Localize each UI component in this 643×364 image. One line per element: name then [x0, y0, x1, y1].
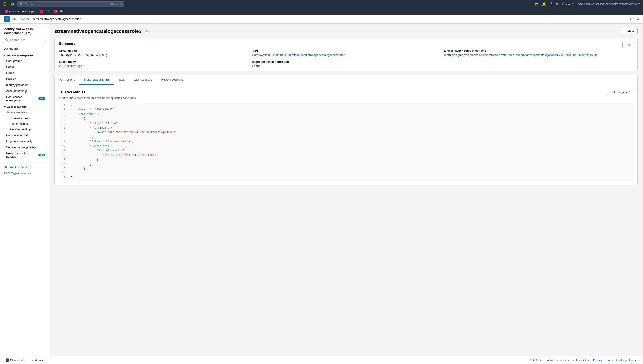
info-link[interactable]: Info: [144, 30, 149, 33]
sidebar-toggle-button[interactable]: ≡: [4, 16, 10, 22]
cloud-icon[interactable]: ⬒: [535, 2, 538, 6]
sidebar-item-users[interactable]: Users: [0, 64, 49, 70]
tab-tags-label: Tags: [119, 78, 125, 81]
top-navigation: ⬡ ⊞ 🔍 [Option+S] ⬒ 🔔 ? ⚙ Global ▼ Admini…: [0, 0, 643, 8]
sidebar-item-aws-organizations[interactable]: AWS Organizations ↗: [0, 170, 49, 176]
tab-last-accessed[interactable]: Last Accessed: [129, 75, 157, 84]
sidebar-item-identity-providers[interactable]: Identity providers: [0, 82, 49, 88]
summary-field-link-to-switch: Link to switch roles in console ⧉ https:…: [444, 49, 633, 56]
edit-trust-policy-button[interactable]: Edit trust policy: [607, 89, 633, 96]
sidebar-title: Identity and Access Management (IAM): [0, 24, 49, 37]
bell-icon[interactable]: 🔔: [542, 2, 546, 6]
tab-revoke-sessions[interactable]: Revoke sessions: [157, 75, 187, 84]
search-input[interactable]: [25, 2, 109, 6]
creation-date-value: January 28, 2025, 13:36 (UTC-08:00): [59, 53, 107, 56]
sidebar-item-account-settings[interactable]: Account settings: [0, 88, 49, 94]
sidebar-item-dashboard[interactable]: Dashboard: [0, 46, 49, 52]
code-line-15: 15 }: [59, 166, 633, 171]
sidebar-item-access-analyzer[interactable]: Access Analyzer: [0, 110, 49, 116]
terms-link[interactable]: Terms: [605, 359, 613, 362]
breadcrumb-roles-link[interactable]: Roles: [21, 17, 29, 21]
summary-title: Summary: [59, 42, 633, 46]
tab-revoke-sessions-label: Revoke sessions: [161, 78, 183, 81]
check-icon: ✓: [59, 64, 62, 68]
sidebar-item-organization-activity[interactable]: Organization activity: [0, 138, 49, 144]
copy-icon[interactable]: ⧉: [252, 54, 253, 56]
sidebar-item-analyzer-settings[interactable]: Analyzer settings: [0, 126, 49, 132]
service-tab-eventbridge[interactable]: ⬡ Amazon EventBridge: [3, 9, 37, 14]
sidebar: Identity and Access Management (IAM) 🔍 D…: [0, 24, 49, 364]
service-tab-ec2[interactable]: □ EC2: [38, 9, 51, 14]
summary-field-arn: ARN ⧉ arn:aws:iam::180941968709:role/str…: [252, 49, 441, 56]
sidebar-section-access-management[interactable]: ▼ Access management: [0, 52, 49, 58]
sidebar-item-root-access-management[interactable]: Root access management New: [0, 94, 49, 103]
edit-button[interactable]: Edit: [622, 42, 634, 48]
service-tab-eventbridge-label: Amazon EventBridge: [9, 10, 34, 13]
sidebar-search-bar[interactable]: 🔍: [3, 37, 46, 43]
help-icon[interactable]: ?: [550, 2, 552, 6]
sidebar-item-service-control-policies[interactable]: Service control policies: [0, 144, 49, 150]
iam-icon: ⊙: [54, 10, 58, 13]
aws-logo-icon[interactable]: ⬡: [3, 1, 7, 7]
code-line-3: 3 "Statement": [: [59, 112, 633, 116]
search-icon: 🔍: [20, 2, 23, 6]
sidebar-item-external-access-label: External access: [9, 116, 30, 120]
sidebar-section-access-management-label: Access management: [7, 54, 34, 57]
tab-trust-relationships[interactable]: Trust relationships: [79, 75, 114, 84]
global-search-bar[interactable]: 🔍 [Option+S]: [17, 1, 124, 7]
feedback-label: Feedback: [30, 358, 43, 362]
code-line-10: 10 "Condition": {: [59, 144, 633, 148]
chevron-down-icon: ▼: [571, 2, 574, 6]
tab-tags[interactable]: Tags: [114, 75, 129, 84]
sidebar-section-access-reports[interactable]: ▼ Access reports: [0, 103, 49, 110]
code-line-14: 14 }: [59, 162, 633, 166]
service-tab-iam[interactable]: ⊙ IAM: [52, 9, 66, 14]
cloudshell-button[interactable]: ⬛ CloudShell: [4, 358, 26, 363]
settings-icon[interactable]: ⚙: [555, 2, 559, 6]
code-line-9: 9 "Action": "sts:AssumeRole",: [59, 139, 633, 144]
ec2-icon: □: [40, 10, 43, 13]
tab-permissions[interactable]: Permissions: [55, 75, 79, 84]
last-activity-link[interactable]: 17 minutes ago: [62, 64, 82, 68]
nav-right: ⬒ 🔔 ? ⚙ Global ▼ AdministratorAccess/dus…: [535, 2, 640, 6]
settings-gear-icon[interactable]: ⚙: [636, 17, 639, 21]
sidebar-item-aws-organizations-label: AWS Organizations: [4, 172, 29, 175]
sidebar-item-unused-access[interactable]: Unused access: [0, 121, 49, 126]
privacy-link[interactable]: Privacy: [593, 359, 602, 362]
new-badge-rcp: New: [38, 154, 45, 156]
arn-value[interactable]: ⧉ arn:aws:iam::180941968709:role/streamn…: [252, 53, 441, 56]
sidebar-item-roles[interactable]: Roles: [0, 70, 49, 76]
sidebar-item-policies[interactable]: Policies: [0, 76, 49, 82]
sidebar-item-resource-control-policies-label: Resource control policies: [6, 152, 37, 158]
trusted-entities-title-row: Trusted entities Edit trust policy: [59, 89, 633, 96]
new-badge-root: New: [38, 97, 45, 100]
delete-button[interactable]: Delete: [622, 28, 638, 34]
feedback-button[interactable]: Feedback: [29, 358, 45, 363]
sidebar-item-resource-control-policies[interactable]: Resource control policies New: [0, 150, 49, 160]
sidebar-item-account-settings-label: Account settings: [6, 89, 27, 92]
link-to-switch-value[interactable]: ⧉ https://signin.aws.amazon.com/switchro…: [444, 53, 633, 56]
sidebar-search-input[interactable]: [10, 38, 48, 42]
last-activity-value: ✓ 17 minutes ago: [59, 64, 248, 68]
summary-card: Summary Edit Creation date January 28, 2…: [54, 38, 638, 72]
region-selector[interactable]: Global ▼: [562, 2, 574, 6]
user-menu[interactable]: AdministratorAccess/dustin.nest@streamna…: [578, 2, 640, 6]
sidebar-item-service-control-policies-label: Service control policies: [6, 146, 36, 149]
sidebar-item-iam-identity-center[interactable]: IAM Identity Center ↗: [0, 164, 49, 170]
arn-label: ARN: [252, 49, 441, 52]
breadcrumb-sep-2: ›: [31, 17, 32, 21]
breadcrumb-iam-link[interactable]: IAM: [12, 17, 17, 21]
region-label: Global: [562, 2, 571, 6]
copy-icon-2[interactable]: ⧉: [444, 54, 446, 56]
grid-icon[interactable]: ⊞: [11, 2, 14, 6]
summary-grid: Creation date January 28, 2025, 13:36 (U…: [59, 49, 633, 68]
sidebar-item-credential-report[interactable]: Credential report: [0, 132, 49, 138]
sidebar-item-user-groups[interactable]: User groups: [0, 58, 49, 64]
cookie-prefs-link[interactable]: Cookie preferences: [616, 359, 639, 362]
sidebar-item-external-access[interactable]: External access: [0, 116, 49, 121]
sidebar-search-icon: 🔍: [5, 38, 9, 42]
sidebar-item-access-analyzer-label: Access Analyzer: [6, 111, 27, 114]
info-circle-icon[interactable]: ⓘ: [630, 17, 634, 21]
code-line-6: 6 "Principal": {: [59, 126, 633, 130]
copyright-text: © 2025, Amazon Web Services, Inc. or its…: [529, 359, 589, 362]
